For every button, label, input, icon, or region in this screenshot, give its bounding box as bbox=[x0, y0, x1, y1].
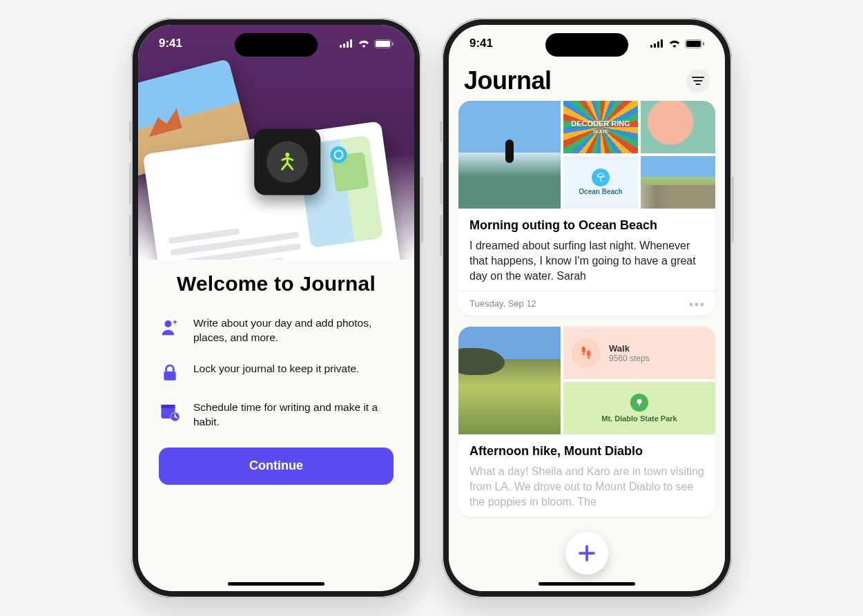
photo-ocean-surfer[interactable] bbox=[458, 101, 561, 209]
feature-write: Write about your day and add photos, pla… bbox=[159, 316, 394, 345]
iphone-frame-journal: 9:41 Journal bbox=[442, 18, 732, 598]
svg-point-7 bbox=[285, 153, 289, 157]
svg-rect-3 bbox=[350, 39, 352, 48]
compose-button[interactable] bbox=[565, 532, 608, 575]
photo-mountain-meadow[interactable] bbox=[458, 327, 561, 434]
filter-lines-icon bbox=[692, 77, 704, 85]
entry-more-button[interactable] bbox=[689, 298, 704, 309]
tree-pin-icon bbox=[630, 394, 648, 412]
entry-media-grid: DECODER RING SLATE Ocean Beach bbox=[458, 101, 715, 209]
svg-point-26 bbox=[583, 354, 585, 356]
iphone-frame-onboarding: 9:41 bbox=[131, 18, 421, 598]
yoga-icon bbox=[275, 150, 300, 175]
marketing-stage: 9:41 bbox=[0, 0, 863, 616]
wifi-icon bbox=[358, 39, 370, 48]
continue-button[interactable]: Continue bbox=[159, 447, 394, 485]
cellular-icon bbox=[340, 39, 353, 48]
location-ocean-beach[interactable]: Ocean Beach bbox=[563, 156, 638, 209]
lock-icon bbox=[159, 362, 181, 384]
svg-rect-29 bbox=[639, 403, 639, 406]
person-sparkle-icon bbox=[159, 316, 181, 338]
journal-entry[interactable]: Walk 9560 steps Mt. Diablo State Park bbox=[458, 327, 715, 517]
calendar-clock-icon bbox=[159, 401, 181, 423]
entry-title: Afternoon hike, Mount Diablo bbox=[469, 444, 704, 459]
home-indicator[interactable] bbox=[539, 582, 635, 586]
svg-point-8 bbox=[165, 320, 172, 327]
svg-rect-20 bbox=[703, 42, 704, 46]
home-indicator[interactable] bbox=[228, 582, 324, 586]
svg-rect-16 bbox=[657, 41, 659, 48]
svg-rect-0 bbox=[340, 45, 342, 48]
battery-icon bbox=[685, 39, 704, 48]
svg-point-25 bbox=[587, 351, 591, 357]
feature-schedule: Schedule time for writing and make it a … bbox=[159, 401, 394, 430]
plus-icon bbox=[576, 543, 597, 564]
svg-rect-19 bbox=[686, 41, 701, 47]
entry-title: Morning outing to Ocean Beach bbox=[469, 218, 704, 233]
walk-label: Walk bbox=[609, 343, 650, 354]
filter-button[interactable] bbox=[686, 69, 710, 93]
footsteps-icon bbox=[572, 338, 601, 367]
battery-icon bbox=[374, 39, 394, 48]
fitness-walk[interactable]: Walk 9560 steps bbox=[563, 327, 715, 379]
journal-scroll[interactable]: DECODER RING SLATE Ocean Beach bbox=[449, 101, 725, 591]
more-icon bbox=[689, 302, 704, 307]
svg-point-24 bbox=[582, 347, 586, 353]
umbrella-pin-icon bbox=[592, 169, 610, 186]
svg-point-27 bbox=[588, 357, 590, 359]
entry-date: Tuesday, Sep 12 bbox=[469, 298, 536, 309]
photo-shell[interactable] bbox=[641, 101, 715, 153]
dynamic-island bbox=[545, 33, 628, 57]
journal-entry[interactable]: DECODER RING SLATE Ocean Beach bbox=[458, 101, 715, 316]
svg-point-22 bbox=[695, 303, 699, 307]
page-title: Journal bbox=[464, 66, 552, 95]
cellular-icon bbox=[650, 39, 664, 48]
feature-lock: Lock your journal to keep it private. bbox=[159, 362, 394, 384]
podcast-decoder-ring[interactable]: DECODER RING SLATE bbox=[563, 101, 638, 153]
entry-body: What a day! Sheila and Karo are in town … bbox=[469, 464, 704, 510]
svg-point-23 bbox=[701, 303, 704, 307]
status-time: 9:41 bbox=[469, 37, 493, 50]
dynamic-island bbox=[235, 33, 318, 57]
feature-text: Write about your day and add photos, pla… bbox=[193, 316, 394, 345]
svg-rect-5 bbox=[376, 41, 390, 47]
status-time: 9:41 bbox=[159, 37, 182, 50]
feature-text: Lock your journal to keep it private. bbox=[193, 362, 359, 376]
onboarding-title: Welcome to Journal bbox=[159, 272, 394, 296]
svg-point-21 bbox=[690, 303, 693, 307]
svg-rect-2 bbox=[347, 41, 349, 48]
svg-rect-11 bbox=[162, 405, 175, 408]
entry-media-grid: Walk 9560 steps Mt. Diablo State Park bbox=[458, 327, 715, 434]
svg-rect-17 bbox=[661, 39, 663, 48]
location-mt-diablo[interactable]: Mt. Diablo State Park bbox=[563, 382, 715, 434]
walk-steps: 9560 steps bbox=[609, 354, 650, 363]
feature-text: Schedule time for writing and make it a … bbox=[193, 401, 394, 430]
entry-body: I dreamed about surfing last night. When… bbox=[469, 238, 704, 284]
onboarding-content: Welcome to Journal Write about your day … bbox=[138, 260, 414, 499]
photo-coastline[interactable] bbox=[641, 156, 715, 209]
svg-rect-14 bbox=[650, 45, 652, 48]
svg-rect-6 bbox=[392, 42, 394, 46]
hero-fitness-tile bbox=[254, 129, 320, 195]
svg-rect-1 bbox=[343, 44, 345, 48]
svg-rect-15 bbox=[654, 44, 656, 48]
wifi-icon bbox=[668, 39, 681, 48]
svg-rect-9 bbox=[164, 372, 175, 381]
